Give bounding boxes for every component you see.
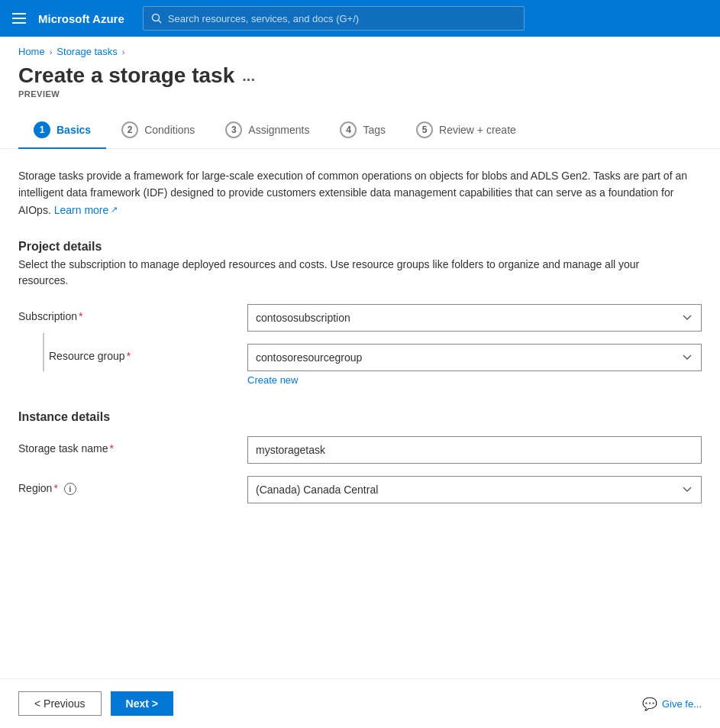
svg-line-1 xyxy=(158,21,161,24)
storage-task-name-input[interactable] xyxy=(247,436,702,464)
subscription-row: Subscription* contososubscription xyxy=(18,304,702,332)
region-select[interactable]: (Canada) Canada Central xyxy=(247,476,702,503)
tab-tags-label: Tags xyxy=(363,124,386,136)
external-link-icon: ↗ xyxy=(111,203,118,217)
subscription-required: * xyxy=(79,310,82,322)
preview-badge: PREVIEW xyxy=(18,89,702,99)
region-info-icon[interactable]: i xyxy=(64,483,76,495)
search-bar[interactable] xyxy=(143,6,525,31)
region-row: Region* i (Canada) Canada Central xyxy=(18,476,702,503)
tab-review-create[interactable]: 5 Review + create xyxy=(401,114,531,149)
storage-task-name-row: Storage task name* xyxy=(18,436,702,464)
page-title-text: Create a storage task xyxy=(18,63,234,88)
breadcrumb: Home › Storage tasks › xyxy=(0,37,720,57)
tab-conditions-number: 2 xyxy=(121,121,138,138)
storage-task-name-input-col xyxy=(247,436,702,464)
tab-review-number: 5 xyxy=(416,121,433,138)
header: Microsoft Azure xyxy=(0,0,720,37)
storage-task-name-label-col: Storage task name* xyxy=(18,436,247,455)
region-required: * xyxy=(53,482,57,494)
storage-task-name-label: Storage task name xyxy=(18,442,108,455)
subscription-label-col: Subscription* xyxy=(18,304,247,322)
breadcrumb-sep-1: › xyxy=(50,47,53,57)
tab-review-label: Review + create xyxy=(439,124,516,136)
hamburger-menu-icon[interactable] xyxy=(12,13,26,24)
tab-assignments-number: 3 xyxy=(225,121,242,138)
tab-basics-label: Basics xyxy=(57,124,91,136)
app-title: Microsoft Azure xyxy=(38,12,124,25)
create-new-link[interactable]: Create new xyxy=(247,374,298,386)
description-text: Storage tasks provide a framework for la… xyxy=(18,167,690,218)
subscription-select[interactable]: contososubscription xyxy=(247,304,702,332)
region-label-col: Region* i xyxy=(18,476,247,495)
tabs-container: 1 Basics 2 Conditions 3 Assignments 4 Ta… xyxy=(0,99,720,149)
tab-assignments[interactable]: 3 Assignments xyxy=(210,114,324,149)
page-title-area: Create a storage task ... PREVIEW xyxy=(0,57,720,99)
breadcrumb-sep-2: › xyxy=(122,47,125,57)
tab-basics-number: 1 xyxy=(34,121,50,138)
search-icon xyxy=(151,13,162,24)
tab-tags[interactable]: 4 Tags xyxy=(324,114,401,149)
tab-conditions[interactable]: 2 Conditions xyxy=(106,114,210,149)
resource-group-select[interactable]: contosoresourcegroup xyxy=(247,344,702,371)
page-title: Create a storage task ... xyxy=(18,63,702,88)
instance-details-title: Instance details xyxy=(18,410,702,424)
svg-point-0 xyxy=(152,15,159,21)
main-content: Storage tasks provide a framework for la… xyxy=(0,149,720,534)
learn-more-link[interactable]: Learn more ↗ xyxy=(54,202,118,218)
region-label: Region xyxy=(18,482,52,494)
region-input-col: (Canada) Canada Central xyxy=(247,476,702,503)
resource-group-row: Resource group* contosoresourcegroup Cre… xyxy=(18,344,702,386)
tab-basics[interactable]: 1 Basics xyxy=(18,114,106,149)
storage-task-name-required: * xyxy=(110,442,114,455)
tab-conditions-label: Conditions xyxy=(144,124,195,136)
resource-group-required: * xyxy=(127,350,131,362)
search-input[interactable] xyxy=(168,13,516,24)
subscription-label: Subscription xyxy=(18,310,77,322)
breadcrumb-home[interactable]: Home xyxy=(18,46,45,57)
project-details-title: Project details xyxy=(18,240,702,254)
page-title-more-options[interactable]: ... xyxy=(242,67,255,85)
project-details-description: Select the subscription to manage deploy… xyxy=(18,257,690,289)
resource-group-input-col: contosoresourcegroup Create new xyxy=(247,344,702,386)
resource-group-label-col: Resource group* xyxy=(49,344,247,362)
resource-group-label: Resource group xyxy=(49,350,125,362)
tab-tags-number: 4 xyxy=(340,121,357,138)
tab-assignments-label: Assignments xyxy=(248,124,309,136)
breadcrumb-storage-tasks[interactable]: Storage tasks xyxy=(57,46,118,57)
subscription-input-col: contososubscription xyxy=(247,304,702,332)
